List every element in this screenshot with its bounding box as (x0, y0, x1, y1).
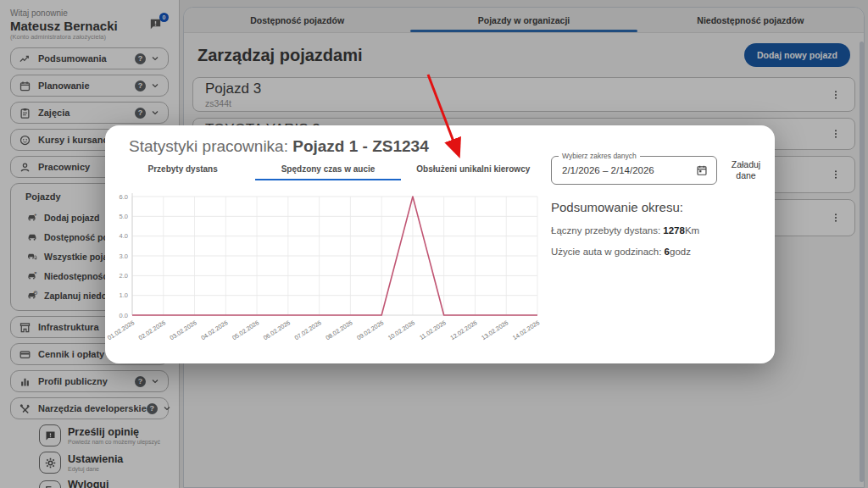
svg-text:4.0: 4.0 (120, 232, 128, 240)
usage-line-chart: 0.01.02.03.04.05.06.001.02.202602.02.202… (107, 186, 546, 356)
tab-przebyty-dystans[interactable]: Przebyty dystans (110, 159, 255, 180)
svg-text:6.0: 6.0 (120, 193, 128, 201)
svg-text:0.0: 0.0 (120, 312, 128, 319)
app-window: Witaj ponownie Mateusz Bernacki (Konto a… (0, 0, 868, 488)
date-range-label: Wybierz zakres danych (559, 152, 640, 160)
svg-text:06.02.2026: 06.02.2026 (262, 319, 292, 341)
svg-text:3.0: 3.0 (120, 252, 128, 260)
load-data-button[interactable]: Załaduj dane (724, 159, 768, 181)
modal-right-panel: Wybierz zakres danych 2/1/2026 – 2/14/20… (551, 156, 768, 257)
tab-obsłużeni-unikalni-kierowcy[interactable]: Obsłużeni unikalni kierowcy (401, 159, 546, 180)
svg-text:03.02.2026: 03.02.2026 (169, 319, 198, 341)
svg-text:07.02.2026: 07.02.2026 (293, 319, 323, 341)
statistics-modal: Statystyki pracownika: Pojazd 1 - ZS1234… (105, 125, 775, 363)
modal-title: Statystyki pracownika: Pojazd 1 - ZS1234 (129, 137, 429, 156)
svg-text:09.02.2026: 09.02.2026 (355, 319, 385, 341)
svg-text:08.02.2026: 08.02.2026 (324, 319, 353, 341)
svg-text:01.02.2026: 01.02.2026 (107, 319, 136, 341)
svg-text:12.02.2026: 12.02.2026 (448, 319, 478, 341)
date-range-value: 2/1/2026 – 2/14/2026 (562, 165, 654, 175)
svg-text:13.02.2026: 13.02.2026 (480, 319, 509, 341)
modal-title-prefix: Statystyki pracownika: (129, 137, 292, 155)
tab-spędzony-czas-w-aucie[interactable]: Spędzony czas w aucie (255, 159, 400, 180)
summary-distance: Łączny przebyty dystans: 1278Km (551, 225, 768, 236)
modal-title-subject: Pojazd 1 - ZS1234 (292, 137, 429, 155)
svg-text:5.0: 5.0 (120, 213, 128, 220)
svg-text:2.0: 2.0 (120, 272, 128, 280)
summary-heading: Podsumowanie okresu: (551, 200, 768, 214)
svg-text:11.02.2026: 11.02.2026 (418, 319, 448, 341)
svg-text:1.0: 1.0 (120, 291, 128, 299)
summary-hours: Użycie auta w godzinach: 6godz (551, 247, 768, 257)
active-tab-underline (255, 179, 400, 181)
svg-text:04.02.2026: 04.02.2026 (199, 319, 229, 341)
calendar-icon[interactable] (696, 164, 708, 176)
svg-text:05.02.2026: 05.02.2026 (231, 319, 260, 341)
svg-text:10.02.2026: 10.02.2026 (387, 319, 416, 341)
svg-text:14.02.2026: 14.02.2026 (511, 319, 541, 341)
svg-text:02.02.2026: 02.02.2026 (137, 319, 167, 341)
modal-tabbar: Przebyty dystansSpędzony czas w aucieObs… (110, 159, 546, 180)
date-range-input[interactable]: Wybierz zakres danych 2/1/2026 – 2/14/20… (551, 156, 717, 185)
